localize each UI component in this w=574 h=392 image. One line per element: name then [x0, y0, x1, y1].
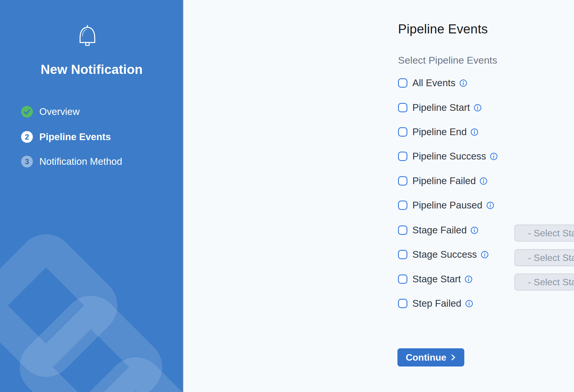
info-icon[interactable]: [465, 275, 473, 283]
event-row-pipeline-failed: Pipeline Failed: [398, 175, 487, 187]
stage-select-stage-start[interactable]: - Select Stages -: [514, 274, 574, 291]
info-icon[interactable]: [459, 79, 467, 87]
checkbox-pipeline-success[interactable]: [398, 152, 407, 161]
step-complete-check-icon: [21, 106, 33, 118]
event-row-pipeline-end: Pipeline End: [398, 126, 478, 138]
event-row-stage-failed: Stage Failed: [398, 224, 478, 236]
checkbox-step-failed[interactable]: [398, 299, 407, 308]
checkbox-stage-start[interactable]: [398, 274, 407, 284]
info-icon[interactable]: [474, 104, 482, 112]
info-icon[interactable]: [490, 152, 498, 160]
event-label: Stage Start: [412, 274, 461, 285]
step-overview[interactable]: Overview: [21, 106, 80, 118]
event-row-stage-start: Stage Start: [398, 273, 473, 285]
event-label: All Events: [412, 77, 456, 89]
event-label: Pipeline Paused: [412, 200, 482, 211]
continue-button[interactable]: Continue: [397, 348, 464, 366]
checkbox-stage-failed[interactable]: [398, 225, 407, 235]
new-notification-modal: New Notification Overview 2 Pipeline Eve…: [0, 0, 574, 392]
checkbox-pipeline-paused[interactable]: [398, 201, 407, 210]
step-label: Pipeline Events: [39, 131, 111, 142]
pipeline-events-panel: Pipeline Events Select Pipeline Events A…: [184, 0, 574, 392]
checkbox-pipeline-start[interactable]: [398, 103, 407, 112]
info-icon[interactable]: [470, 226, 478, 234]
info-icon[interactable]: [465, 300, 473, 308]
event-label: Pipeline End: [412, 126, 467, 138]
step-number-badge: 3: [21, 156, 33, 167]
event-row-step-failed: Step Failed: [398, 297, 473, 310]
event-label: Stage Success: [412, 249, 477, 260]
stage-select-placeholder: - Select Stages -: [528, 228, 574, 239]
event-row-pipeline-success: Pipeline Success: [398, 150, 498, 162]
event-row-pipeline-paused: Pipeline Paused: [398, 199, 494, 211]
checkbox-pipeline-failed[interactable]: [398, 176, 407, 186]
info-icon[interactable]: [481, 251, 489, 259]
section-subtitle: Select Pipeline Events: [398, 55, 497, 66]
sidebar: New Notification Overview 2 Pipeline Eve…: [0, 0, 183, 392]
event-label: Pipeline Start: [412, 102, 470, 113]
step-number-badge: 2: [21, 131, 33, 143]
event-row-pipeline-start: Pipeline Start: [398, 101, 482, 114]
info-icon[interactable]: [486, 201, 494, 209]
page-title: Pipeline Events: [398, 22, 488, 36]
stage-select-stage-success[interactable]: - Select Stages -: [514, 249, 574, 266]
chevron-right-icon: [450, 354, 456, 361]
step-notification-method[interactable]: 3 Notification Method: [21, 155, 122, 168]
stage-select-stage-failed[interactable]: - Select Stages -: [514, 225, 574, 242]
checkbox-all-events[interactable]: [398, 78, 407, 88]
event-label: Stage Failed: [412, 225, 467, 236]
stage-select-placeholder: - Select Stages -: [528, 277, 574, 288]
step-pipeline-events[interactable]: 2 Pipeline Events: [21, 131, 111, 143]
event-row-all-events: All Events: [398, 77, 467, 89]
sidebar-title: New Notification: [0, 62, 183, 77]
stage-select-placeholder: - Select Stages -: [528, 252, 574, 263]
bell-icon: [78, 25, 97, 49]
info-icon[interactable]: [470, 128, 478, 136]
event-label: Step Failed: [412, 298, 461, 309]
event-row-stage-success: Stage Success: [398, 248, 489, 261]
step-label: Notification Method: [39, 156, 122, 167]
checkbox-stage-success[interactable]: [398, 250, 407, 259]
checkbox-pipeline-end[interactable]: [398, 127, 407, 137]
continue-label: Continue: [406, 352, 446, 363]
event-label: Pipeline Success: [412, 151, 486, 162]
event-label: Pipeline Failed: [412, 175, 476, 186]
step-label: Overview: [39, 106, 80, 117]
info-icon[interactable]: [480, 177, 487, 185]
